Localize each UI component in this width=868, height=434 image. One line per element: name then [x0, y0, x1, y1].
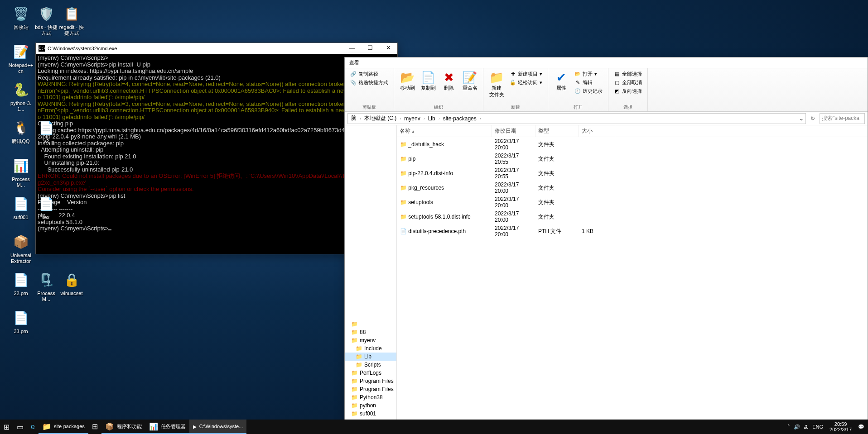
breadcrumb[interactable]: 脑›本地磁盘 (C:)›myenv›Lib›site-packages›⌄: [347, 113, 806, 124]
tree-item[interactable]: 📁Python38: [345, 393, 396, 401]
icon-label: winuacset: [59, 291, 84, 296]
breadcrumb-segment[interactable]: site-packages: [442, 115, 478, 122]
chevron-up-icon[interactable]: ˄: [787, 424, 790, 430]
app-icon: 📦: [105, 422, 114, 431]
desktop-icon[interactable]: 📋regedit - 快捷方式: [59, 5, 84, 36]
file-row[interactable]: 📁 pip-22.0.4.dist-info2022/3/17 20:55文件夹: [397, 166, 868, 181]
history-button[interactable]: 🕘历史记录: [573, 87, 604, 95]
desktop-icon[interactable]: 📊ProcessM...: [8, 157, 34, 188]
desktop-icon[interactable]: 🐍python-3.1...: [8, 81, 34, 112]
file-row[interactable]: 📁 setuptools2022/3/17 20:00文件夹: [397, 195, 868, 210]
tree-label: Include: [364, 345, 382, 352]
column-date[interactable]: 修改日期: [492, 125, 535, 137]
maximize-button[interactable]: ☐: [361, 43, 379, 54]
icon-label: v2: [34, 138, 59, 144]
desktop-icon[interactable]: 🗑️回收站: [8, 5, 34, 30]
breadcrumb-segment[interactable]: 本地磁盘 (C:): [363, 114, 398, 122]
desktop-icon[interactable]: 🔒winuacset: [59, 271, 84, 296]
desktop-icon[interactable]: 🐧腾讯QQ: [8, 119, 34, 144]
sort-indicator-icon: ▲: [411, 129, 415, 134]
file-date: 2022/3/17 20:00: [492, 224, 535, 238]
file-list[interactable]: 名称▲ 修改日期 类型 大小 📁 _distutils_hack2022/3/1…: [397, 125, 868, 434]
cmd-titlebar[interactable]: C:\ C:\Windows\system32\cmd.exe — ☐ ✕: [36, 43, 397, 54]
terminal-line: Successfully uninstalled pip-21.0: [38, 167, 395, 173]
system-tray[interactable]: ˄ 🔊 🖧 ENG 20:59 2022/3/17 💬: [784, 420, 868, 434]
open-button[interactable]: 📂打开 ▾: [573, 70, 604, 78]
ribbon-tabs: 查看: [345, 57, 868, 68]
start-button[interactable]: ⊞: [0, 420, 13, 434]
folder-icon: 📁: [351, 370, 358, 376]
taskbar-app[interactable]: 📊任务管理器: [145, 420, 189, 434]
desktop-icon[interactable]: 📄33.prn: [8, 309, 34, 334]
file-row[interactable]: 📁 pip2022/3/17 20:55文件夹: [397, 152, 868, 166]
column-type[interactable]: 类型: [535, 125, 579, 137]
refresh-button[interactable]: ↻: [808, 114, 818, 124]
tree-item[interactable]: 📁Scripts: [345, 361, 396, 369]
column-size[interactable]: 大小: [579, 125, 615, 137]
file-size: [579, 172, 615, 174]
breadcrumb-segment[interactable]: Lib: [427, 115, 437, 122]
tab-view[interactable]: 查看: [345, 58, 364, 67]
minimize-button[interactable]: —: [343, 43, 361, 54]
desktop-icon[interactable]: 📄iex: [34, 195, 59, 220]
desktop-icon[interactable]: 🛡️bds - 快捷方式: [34, 5, 59, 36]
file-row[interactable]: 📄 distutils-precedence.pth2022/3/17 20:0…: [397, 224, 868, 238]
tree-item[interactable]: 📁python: [345, 401, 396, 410]
edge-button[interactable]: e: [27, 420, 39, 434]
column-name[interactable]: 名称▲: [397, 125, 492, 137]
copy-path-button[interactable]: 🔗复制路径: [348, 70, 390, 78]
breadcrumb-segment[interactable]: myenv: [403, 115, 421, 122]
select-none-button[interactable]: ▢全部取消: [612, 79, 644, 86]
tree-item[interactable]: 📁88: [345, 328, 396, 336]
invert-select-button[interactable]: ◩反向选择: [612, 87, 644, 95]
desktop-icon[interactable]: 📄v2: [34, 119, 59, 144]
windows-icon: ⊞: [4, 423, 10, 431]
taskbar-app[interactable]: 📁site-packages: [39, 420, 88, 434]
edit-icon: ✎: [574, 80, 581, 86]
file-name: pip-22.0.4.dist-info: [408, 170, 453, 176]
search-input[interactable]: 搜索"site-packa: [820, 113, 865, 124]
tree-item[interactable]: 📁PerfLogs: [345, 369, 396, 377]
tree-item[interactable]: 📁Lib: [345, 353, 396, 361]
tree-item[interactable]: 📁Program Files: [345, 377, 396, 385]
file-row[interactable]: 📁 setuptools-58.1.0.dist-info2022/3/17 2…: [397, 210, 868, 224]
breadcrumb-segment[interactable]: 脑: [350, 114, 358, 122]
desktop-icon[interactable]: 🗜️ProcessM...: [34, 271, 59, 302]
action-center-icon[interactable]: 💬: [858, 424, 864, 430]
file-row[interactable]: 📁 pkg_resources2022/3/17 20:00文件夹: [397, 181, 868, 195]
select-all-button[interactable]: ▦全部选择: [612, 70, 644, 78]
clock[interactable]: 20:59 2022/3/17: [827, 420, 854, 433]
file-name: setuptools-58.1.0.dist-info: [408, 214, 470, 220]
cmd-window[interactable]: C:\ C:\Windows\system32\cmd.exe — ☐ ✕ (m…: [35, 43, 398, 254]
folder-icon: 📁: [351, 394, 358, 401]
chevron-down-icon[interactable]: ⌄: [799, 115, 804, 122]
paste-shortcut-button[interactable]: 📎粘贴快捷方式: [348, 79, 390, 86]
folder-tree[interactable]: 📁📁88📁myenv📁Include📁Lib📁Scripts📁PerfLogs📁…: [345, 125, 397, 434]
tree-item[interactable]: 📁Include: [345, 344, 396, 353]
ime-indicator[interactable]: ENG: [812, 424, 823, 429]
taskbar-app[interactable]: ⊞: [88, 420, 101, 434]
file-row[interactable]: 📁 _distutils_hack2022/3/17 20:00文件夹: [397, 137, 868, 152]
taskbar-app[interactable]: ▸C:\Windows\syste...: [189, 420, 247, 434]
terminal-output[interactable]: (myenv) C:\myenv\Scripts>(myenv) C:\myen…: [36, 54, 397, 254]
taskbar-app[interactable]: 📦程序和功能: [101, 420, 145, 434]
edit-button[interactable]: ✎编辑: [573, 79, 604, 86]
task-view-button[interactable]: ▭: [13, 420, 27, 434]
volume-icon[interactable]: 🔊: [794, 424, 800, 430]
explorer-window[interactable]: 查看 🔗复制路径 📎粘贴快捷方式 剪贴板 📂移动到 📄复制到 ✖删除 📝重命名 …: [344, 57, 868, 434]
network-icon[interactable]: 🖧: [804, 424, 809, 429]
tree-item[interactable]: 📁myenv: [345, 336, 396, 344]
tree-item[interactable]: 📁suf001: [345, 410, 396, 418]
icon-label: Universal Extractor: [8, 253, 34, 264]
tree-item[interactable]: 📁: [345, 320, 396, 328]
desktop-icon[interactable]: 📄suf001: [8, 195, 34, 220]
desktop-icon[interactable]: 📦Universal Extractor: [8, 233, 34, 264]
tree-item[interactable]: 📁Program Files: [345, 385, 396, 393]
new-item-button[interactable]: ✚新建项目 ▾: [508, 70, 544, 78]
app-icon: ⊞: [92, 422, 98, 431]
desktop-icon[interactable]: 📝Notepad++ cn: [8, 43, 34, 74]
easy-access-button[interactable]: 🔓轻松访问 ▾: [508, 79, 544, 86]
close-button[interactable]: ✕: [379, 43, 397, 54]
file-size: [579, 201, 615, 203]
desktop-icon[interactable]: 📄22.prn: [8, 271, 34, 296]
